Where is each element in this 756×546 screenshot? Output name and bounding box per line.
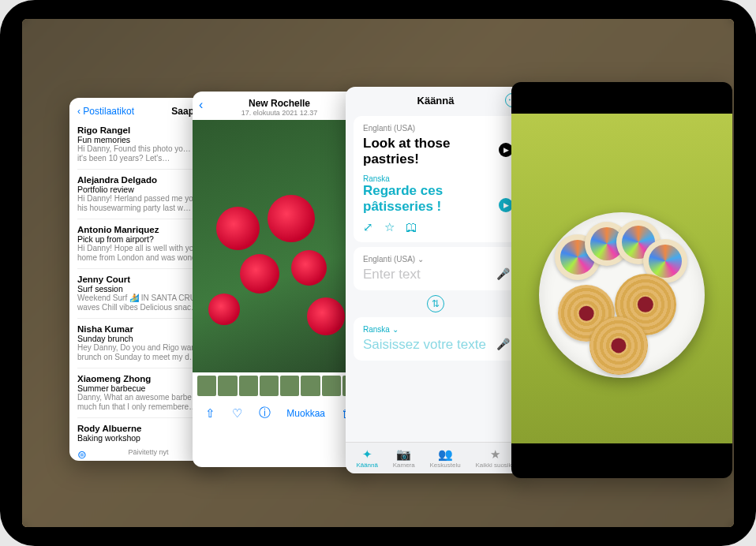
input-source-lang[interactable]: Englanti (USA) ⌄ (363, 255, 508, 264)
app-card-translate[interactable]: ⧉ Käännä Käännä ⋯ Englanti (USA) Look at… (346, 87, 526, 473)
photos-back-button[interactable]: ‹ (199, 98, 203, 112)
edit-button[interactable]: Muokkaa (286, 408, 325, 419)
filter-icon[interactable]: ⊜ (77, 448, 87, 461)
favorite-icon[interactable]: ☆ (384, 220, 395, 234)
photo-date: 17. elokuuta 2021 12.37 (197, 109, 361, 117)
app-card-photos[interactable]: Kuvat ‹ New Rochelle 17. elokuuta 2021 1… (193, 92, 366, 467)
source-text: Look at those pastries! (363, 136, 508, 166)
target-input-placeholder: Saisissez votre texte (363, 337, 508, 353)
translate-tab-bar: ✦Käännä 📷Kamera 👥Keskustelu ★Kaikki suos… (346, 442, 526, 473)
expand-icon[interactable]: ⤢ (363, 220, 373, 234)
ipad-frame: ✉︎ Mail Saapuneet ‹ Postilaatikot Saapun… (0, 0, 756, 546)
note-image[interactable] (511, 114, 732, 443)
target-input-card[interactable]: Ranska ⌄ Saisissez votre texte 🎤 (354, 317, 518, 361)
target-lang-label: Ranska (363, 174, 508, 183)
favorite-icon[interactable]: ♡ (232, 406, 242, 421)
swap-languages-button[interactable]: ⇅ (346, 295, 526, 312)
share-icon[interactable]: ⇧ (205, 406, 215, 421)
tab-camera[interactable]: 📷Kamera (393, 447, 415, 469)
mail-back-label: Postilaatikot (83, 106, 134, 117)
source-input-placeholder: Enter text (363, 267, 508, 282)
translate-title: Käännä (417, 95, 455, 107)
photo-location-title: New Rochelle (197, 98, 361, 109)
photo-thumbnail-strip[interactable] (193, 372, 366, 399)
tab-translate[interactable]: ✦Käännä (356, 447, 378, 469)
source-lang-label: Englanti (USA) (363, 124, 508, 133)
ipad-screen: ✉︎ Mail Saapuneet ‹ Postilaatikot Saapun… (22, 19, 734, 527)
dictionary-icon[interactable]: 🕮 (406, 220, 417, 234)
tab-favorites[interactable]: ★Kaikki suosikit (475, 447, 515, 469)
translation-result-card: Englanti (USA) Look at those pastries! ▶… (354, 116, 518, 242)
app-switcher[interactable]: ✉︎ Mail Saapuneet ‹ Postilaatikot Saapun… (22, 19, 734, 527)
input-target-lang[interactable]: Ranska ⌄ (363, 325, 508, 334)
plate-illustration (539, 212, 705, 378)
mic-icon[interactable]: 🎤 (496, 338, 510, 350)
mail-back-button[interactable]: ‹ Postilaatikot (77, 106, 134, 117)
mic-icon[interactable]: 🎤 (496, 267, 510, 280)
tab-conversation[interactable]: 👥Keskustelu (429, 447, 460, 469)
app-card-notes[interactable]: Muistiinpanot Baking Inspiration (511, 82, 732, 478)
mail-updated-label: Päivitetty nyt (128, 448, 168, 456)
photo-viewer[interactable] (193, 120, 366, 372)
target-text: Regarde ces pâtisseries ! (363, 183, 508, 214)
info-icon[interactable]: ⓘ (259, 406, 271, 421)
source-input-card[interactable]: Englanti (USA) ⌄ Enter text 🎤 (354, 247, 518, 290)
